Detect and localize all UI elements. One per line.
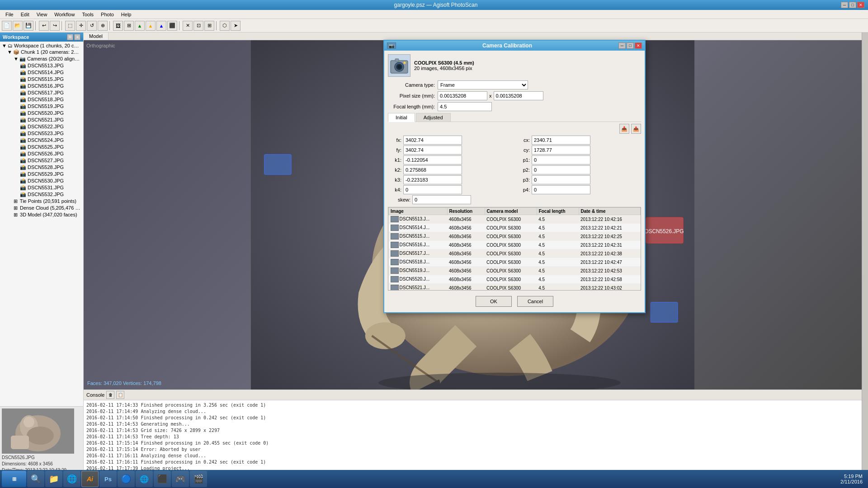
- dem-btn[interactable]: ⬛: [167, 21, 177, 31]
- taskbar-app-game[interactable]: 🎮: [172, 471, 189, 487]
- redo-btn[interactable]: ↪: [50, 21, 60, 31]
- maximize-button[interactable]: □: [849, 2, 856, 8]
- tree-cam-4[interactable]: 📸 DSCN5517.JPG: [1, 89, 82, 96]
- dialog-maximize-btn[interactable]: □: [627, 42, 634, 49]
- camera-type-select[interactable]: Frame Fisheye Spherical: [438, 80, 528, 89]
- tree-root[interactable]: ▼🗂 Workspace (1 chunks, 20 cameras): [1, 42, 82, 49]
- rotate-btn[interactable]: ↺: [87, 21, 97, 31]
- tree-cam-9[interactable]: 📸 DSCN5522.JPG: [1, 123, 82, 130]
- col-image[interactable]: Image: [389, 208, 448, 215]
- taskbar-app-chrome[interactable]: 🌐: [136, 471, 153, 487]
- tree-cam-11[interactable]: 📸 DSCN5524.JPG: [1, 137, 82, 144]
- select-btn[interactable]: ⬚: [65, 21, 75, 31]
- table-row[interactable]: DSCN5517.J...4608x3456COOLPIX S63004.520…: [389, 249, 641, 258]
- tab-initial[interactable]: Initial: [388, 113, 415, 122]
- undo-btn[interactable]: ↩: [39, 21, 49, 31]
- skew-input[interactable]: [412, 195, 471, 204]
- table-row[interactable]: DSCN5518.J...4608x3456COOLPIX S63004.520…: [389, 258, 641, 267]
- window-controls[interactable]: ─ □ ✕: [841, 2, 864, 8]
- workspace-float-btn[interactable]: ⧉: [67, 34, 73, 40]
- tree-cam-1[interactable]: 📸 DSCN5514.JPG: [1, 69, 82, 76]
- delete-btn[interactable]: ✕: [183, 21, 193, 31]
- tree-cam-12[interactable]: 📸 DSCN5525.JPG: [1, 144, 82, 150]
- taskbar-app-ie[interactable]: 🌐: [63, 471, 80, 487]
- console-copy-btn[interactable]: 📋: [116, 391, 124, 399]
- tree-tie-points[interactable]: ⊞ Tie Points (20,591 points): [1, 198, 82, 205]
- tree-cam-0[interactable]: 📸 DSCN5513.JPG: [1, 62, 82, 69]
- col-date-time[interactable]: Date & time: [579, 208, 641, 215]
- move-btn[interactable]: ✛: [76, 21, 86, 31]
- open-btn[interactable]: 📂: [13, 21, 23, 31]
- taskbar-app-folder[interactable]: 📁: [45, 471, 62, 487]
- fx-input[interactable]: [403, 136, 462, 145]
- tree-cam-16[interactable]: 📸 DSCN5529.JPG: [1, 171, 82, 178]
- cx-input[interactable]: [532, 136, 590, 145]
- tree-cam-10[interactable]: 📸 DSCN5523.JPG: [1, 130, 82, 137]
- workspace-close-btn[interactable]: ✕: [74, 34, 80, 40]
- tab-model[interactable]: Model: [84, 33, 108, 40]
- tree-cam-15[interactable]: 📸 DSCN5528.JPG: [1, 164, 82, 171]
- save-calib-btn[interactable]: 📤: [631, 124, 641, 134]
- image-table-container[interactable]: Image Resolution Camera model Focal leng…: [388, 207, 641, 291]
- scale-btn[interactable]: ⊕: [98, 21, 108, 31]
- menu-view[interactable]: View: [33, 11, 51, 18]
- tree-cam-3[interactable]: 📸 DSCN5516.JPG: [1, 83, 82, 89]
- tree-cameras-node[interactable]: ▼📷 Cameras (20/20 aligned): [1, 56, 82, 62]
- tree-3d-model[interactable]: ⊞ 3D Model (347,020 faces): [1, 211, 82, 218]
- save-btn[interactable]: 💾: [24, 21, 33, 31]
- p3-input[interactable]: [532, 175, 590, 184]
- cancel-button[interactable]: Cancel: [517, 296, 553, 307]
- taskbar-app-media[interactable]: 🎬: [190, 471, 207, 487]
- add-photos-btn[interactable]: 🖼: [113, 21, 123, 31]
- tab-adjusted[interactable]: Adjusted: [416, 113, 451, 122]
- col-resolution[interactable]: Resolution: [447, 208, 485, 215]
- tree-cam-2[interactable]: 📸 DSCN5515.JPG: [1, 76, 82, 83]
- p4-input[interactable]: [532, 185, 590, 194]
- p1-input[interactable]: [532, 155, 590, 164]
- export-btn[interactable]: ➤: [231, 21, 241, 31]
- table-row[interactable]: DSCN5515.J...4608x3456COOLPIX S63004.520…: [389, 232, 641, 241]
- dialog-minimize-btn[interactable]: ─: [618, 42, 626, 49]
- taskbar-app-photoshop[interactable]: Ps: [99, 471, 117, 487]
- k2-input[interactable]: [403, 165, 462, 174]
- close-button[interactable]: ✕: [857, 2, 864, 8]
- k3-input[interactable]: [403, 175, 462, 184]
- taskbar-app-explorer[interactable]: 🔍: [27, 471, 44, 487]
- col-camera-model[interactable]: Camera model: [485, 208, 537, 215]
- col-focal-length[interactable]: Focal length: [537, 208, 579, 215]
- tree-cam-8[interactable]: 📸 DSCN5521.JPG: [1, 117, 82, 123]
- pixel-size-x-input[interactable]: [438, 91, 487, 100]
- tree-chunk[interactable]: ▼📦 Chunk 1 (20 cameras: 20,591 points): [1, 49, 82, 56]
- ok-button[interactable]: OK: [476, 296, 512, 307]
- fy-input[interactable]: [403, 145, 462, 155]
- table-row[interactable]: DSCN5514.J...4608x3456COOLPIX S63004.520…: [389, 224, 641, 232]
- align-btn[interactable]: ⊞: [124, 21, 134, 31]
- menu-edit[interactable]: Edit: [17, 11, 33, 18]
- k4-input[interactable]: [403, 185, 462, 194]
- console-clear-btn[interactable]: 🗑: [106, 391, 114, 399]
- tree-cam-17[interactable]: 📸 DSCN5530.JPG: [1, 178, 82, 184]
- tree-cam-13[interactable]: 📸 DSCN5526.JPG: [1, 150, 82, 157]
- resize-btn[interactable]: ⊡: [193, 21, 203, 31]
- table-row[interactable]: DSCN5521.J...4608x3456COOLPIX S63004.520…: [389, 284, 641, 291]
- p2-input[interactable]: [532, 165, 590, 174]
- new-btn[interactable]: 📄: [2, 21, 12, 31]
- taskbar-app-vm[interactable]: ⬛: [154, 471, 171, 487]
- texture-btn[interactable]: ▲: [156, 21, 166, 31]
- mesh-btn[interactable]: ▲: [146, 21, 156, 31]
- table-row[interactable]: DSCN5519.J...4608x3456COOLPIX S63004.520…: [389, 267, 641, 275]
- start-button[interactable]: ⊞: [2, 471, 26, 487]
- workspace-controls[interactable]: ⧉ ✕: [67, 34, 80, 40]
- dense-cloud-btn[interactable]: ▲: [135, 21, 145, 31]
- view3d-btn[interactable]: ⬡: [220, 21, 230, 31]
- taskbar-app-blender[interactable]: 🔵: [118, 471, 135, 487]
- k1-input[interactable]: [403, 155, 462, 164]
- taskbar-app-illustrator[interactable]: Ai: [81, 471, 99, 487]
- tree-cam-18[interactable]: 📸 DSCN5531.JPG: [1, 184, 82, 191]
- grid-btn[interactable]: ⊞: [204, 21, 214, 31]
- table-row[interactable]: DSCN5513.J...4608x3456COOLPIX S63004.520…: [389, 215, 641, 224]
- dialog-controls[interactable]: ─ □ ✕: [618, 42, 642, 49]
- tree-dense-cloud[interactable]: ⊞ Dense Cloud (5,205,476 points, H: [1, 205, 82, 211]
- cy-input[interactable]: [532, 145, 590, 155]
- tree-cam-5[interactable]: 📸 DSCN5518.JPG: [1, 96, 82, 103]
